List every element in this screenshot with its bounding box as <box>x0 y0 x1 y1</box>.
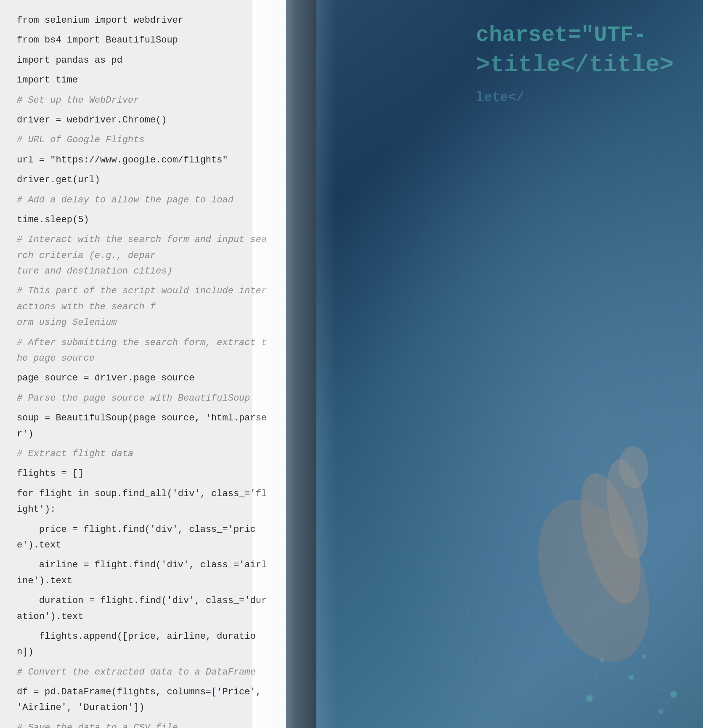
code-blank-line <box>17 228 269 232</box>
code-line: airline = flight.find('div', class_='air… <box>17 557 269 589</box>
code-blank-line <box>17 148 269 152</box>
code-blank-line <box>17 48 269 53</box>
code-blank-line <box>17 366 269 370</box>
code-blank-line <box>17 68 269 72</box>
code-comment-line: # Set up the WebDriver <box>17 93 269 108</box>
code-blank-line <box>17 386 269 391</box>
code-line: from selenium import webdriver <box>17 13 269 28</box>
code-blank-line <box>17 208 269 212</box>
code-blank-line <box>17 406 269 410</box>
code-line: page_source = driver.page_source <box>17 370 269 386</box>
code-line: import time <box>17 72 269 88</box>
code-blank-line <box>17 279 269 283</box>
code-content: from selenium import webdriverfrom bs4 i… <box>17 13 269 728</box>
network-graphic <box>568 635 695 720</box>
code-comment-line: # Save the data to a CSV file <box>17 720 269 728</box>
svg-line-13 <box>602 661 631 678</box>
code-blank-line <box>17 188 269 192</box>
code-line: soup = BeautifulSoup(page_source, 'html.… <box>17 410 269 442</box>
code-panel: from selenium import webdriverfrom bs4 i… <box>0 0 286 728</box>
svg-line-10 <box>589 678 631 699</box>
code-comment-line: # Parse the page source with BeautifulSo… <box>17 391 269 406</box>
code-line: time.sleep(5) <box>17 212 269 228</box>
code-blank-line <box>17 442 269 446</box>
svg-line-14 <box>589 661 602 699</box>
code-blank-line <box>17 660 269 664</box>
code-blank-line <box>17 88 269 93</box>
code-line: for flight in soup.find_all('div', class… <box>17 486 269 518</box>
code-blank-line <box>17 553 269 557</box>
code-blank-line <box>17 28 269 32</box>
code-blank-line <box>17 482 269 486</box>
code-blank-line <box>17 128 269 132</box>
code-blank-line <box>17 331 269 335</box>
svg-line-12 <box>631 656 644 678</box>
code-line: driver = webdriver.Chrome() <box>17 112 269 128</box>
code-blank-line <box>17 680 269 684</box>
code-line: price = flight.find('div', class_='price… <box>17 522 269 553</box>
code-blank-line <box>17 108 269 112</box>
code-comment-line: # Convert the extracted data to a DataFr… <box>17 664 269 680</box>
code-line: url = "https://www.google.com/flights" <box>17 152 269 168</box>
code-comment-line: # Interact with the search form and inpu… <box>17 232 269 279</box>
code-line: from bs4 import BeautifulSoup <box>17 32 269 48</box>
code-blank-line <box>17 168 269 172</box>
code-comment-line: # Extract flight data <box>17 446 269 462</box>
code-comment-line: # Add a delay to allow the page to load <box>17 192 269 208</box>
code-line: flights.append([price, airline, duration… <box>17 629 269 660</box>
code-blank-line <box>17 716 269 720</box>
code-comment-line: # URL of Google Flights <box>17 132 269 148</box>
code-blank-line <box>17 518 269 522</box>
code-line: df = pd.DataFrame(flights, columns=['Pri… <box>17 684 269 716</box>
code-line: driver.get(url) <box>17 172 269 188</box>
code-comment-line: # This part of the script would include … <box>17 283 269 330</box>
code-line: flights = [] <box>17 466 269 481</box>
code-blank-line <box>17 589 269 593</box>
code-blank-line <box>17 624 269 629</box>
code-blank-line <box>17 462 269 466</box>
svg-line-15 <box>661 694 674 711</box>
code-line: duration = flight.find('div', class_='du… <box>17 593 269 624</box>
code-comment-line: # After submitting the search form, extr… <box>17 335 269 367</box>
code-line: import pandas as pd <box>17 53 269 68</box>
